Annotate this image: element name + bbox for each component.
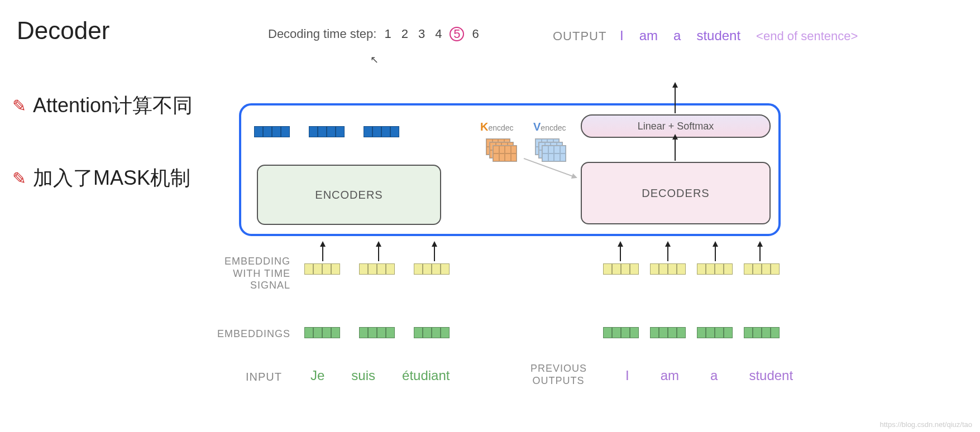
vector <box>650 327 686 338</box>
watermark: https://blog.csdn.net/qiuz/tao <box>880 420 973 429</box>
bullet-mask: ✎ 加入了MASK机制 <box>12 165 190 192</box>
encoder-output-vectors <box>254 126 399 137</box>
vector <box>744 263 780 275</box>
vector <box>603 327 639 338</box>
vector <box>304 327 340 338</box>
step-6: 6 <box>470 27 481 41</box>
out-eos: <end of sentence> <box>756 29 858 44</box>
bullet-attention: ✎ Attention计算不同 <box>12 92 193 119</box>
input-words: Je suis étudiant <box>310 368 450 383</box>
v-encdec-label: Vencdec <box>533 121 566 133</box>
step-5-current: 5 <box>450 27 464 41</box>
output-label: OUTPUT <box>553 29 606 44</box>
vector <box>744 327 780 338</box>
pencil-icon: ✎ <box>12 169 26 188</box>
out-word: am <box>639 28 658 44</box>
label-embedding-time: EMBEDDING WITH TIME SIGNAL <box>212 256 290 292</box>
emb-dec-row <box>603 327 780 338</box>
step-3: 3 <box>416 27 427 41</box>
emb-enc-row <box>304 327 450 338</box>
vector <box>304 263 340 275</box>
arrow-enc-in <box>434 246 435 261</box>
emb-time-enc-row <box>304 263 450 275</box>
vector <box>414 263 450 275</box>
prev-word: a <box>710 368 718 383</box>
input-word: étudiant <box>402 368 450 383</box>
arrow-enc-in <box>378 246 379 261</box>
bullet-text: Attention计算不同 <box>33 92 193 119</box>
cursor-icon: ↖ <box>370 54 379 66</box>
arrow-dec-in <box>620 246 621 261</box>
vector <box>414 327 450 338</box>
arrow-dec-to-linear <box>675 138 676 161</box>
out-word: student <box>696 28 740 44</box>
bullet-text: 加入了MASK机制 <box>33 165 190 192</box>
input-word: Je <box>310 368 324 383</box>
vector <box>309 126 345 137</box>
step-label: Decoding time step: <box>268 27 376 41</box>
previous-output-words: I am a student <box>625 368 793 383</box>
arrow-dec-in <box>715 246 716 261</box>
step-2: 2 <box>399 27 410 41</box>
vector <box>359 263 395 275</box>
decoders-box: DECODERS <box>581 162 771 224</box>
encoders-box: ENCODERS <box>257 165 441 225</box>
arrow-linear-to-out <box>675 87 676 113</box>
arrow-dec-in <box>667 246 668 261</box>
prev-word: am <box>661 368 679 383</box>
out-word: a <box>673 28 681 44</box>
out-word: I <box>620 28 624 44</box>
input-word: suis <box>351 368 375 383</box>
vector <box>697 263 733 275</box>
vector <box>359 327 395 338</box>
step-1: 1 <box>382 27 393 41</box>
page-title: Decoder <box>17 17 109 45</box>
k-tensor-icon <box>486 138 517 163</box>
arrow-enc-in <box>322 246 323 261</box>
output-words: I am a student <end of sentence> <box>620 28 858 44</box>
vector <box>603 263 639 275</box>
decoding-step-row: Decoding time step: 1 2 3 4 5 6 <box>268 27 481 41</box>
label-embeddings: EMBEDDINGS <box>212 328 290 340</box>
prev-word: student <box>749 368 793 383</box>
arrow-dec-in <box>759 246 761 261</box>
step-4: 4 <box>433 27 444 41</box>
vector <box>697 327 733 338</box>
pencil-icon: ✎ <box>12 96 26 116</box>
prev-word: I <box>625 368 629 383</box>
label-input: INPUT <box>246 371 282 383</box>
k-encdec-label: Kencdec <box>480 121 514 133</box>
vector <box>364 126 399 137</box>
v-tensor-icon <box>535 138 566 163</box>
vector <box>650 263 686 275</box>
emb-time-dec-row <box>603 263 780 275</box>
vector <box>254 126 290 137</box>
label-previous-outputs: PREVIOUS OUTPUTS <box>530 363 586 387</box>
